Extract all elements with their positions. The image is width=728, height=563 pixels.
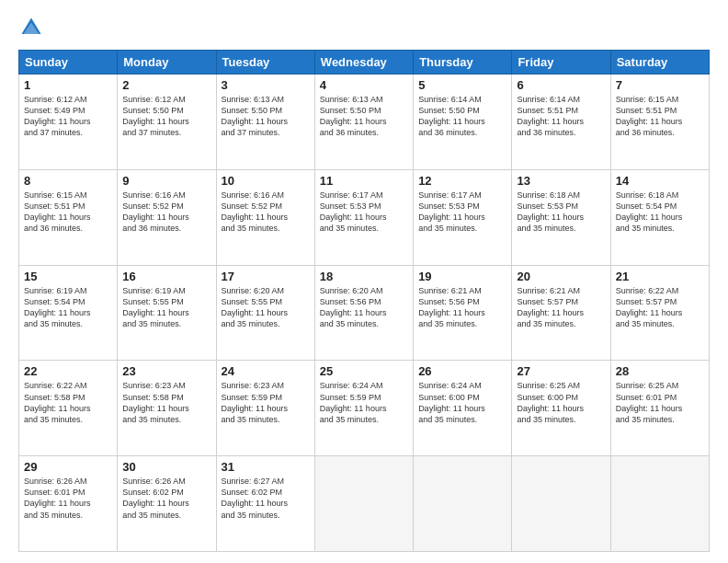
cell-text: Sunrise: 6:15 AM Sunset: 5:51 PM Dayligh… [616, 94, 704, 139]
day-header-saturday: Saturday [610, 51, 709, 75]
cell-text: Sunrise: 6:27 AM Sunset: 6:02 PM Dayligh… [222, 476, 310, 521]
day-cell-2: 2Sunrise: 6:12 AM Sunset: 5:50 PM Daylig… [118, 75, 216, 170]
day-header-wednesday: Wednesday [314, 51, 413, 75]
day-number: 20 [517, 270, 605, 283]
day-number: 9 [122, 174, 210, 188]
day-cell-26: 26Sunrise: 6:24 AM Sunset: 6:00 PM Dayli… [414, 361, 512, 456]
day-cell-5: 5Sunrise: 6:14 AM Sunset: 5:50 PM Daylig… [414, 75, 512, 170]
week-row-2: 8Sunrise: 6:15 AM Sunset: 5:51 PM Daylig… [19, 169, 710, 265]
cell-text: Sunrise: 6:15 AM Sunset: 5:51 PM Dayligh… [24, 190, 112, 235]
day-cell-23: 23Sunrise: 6:23 AM Sunset: 5:58 PM Dayli… [118, 361, 216, 456]
day-header-tuesday: Tuesday [216, 51, 314, 75]
day-number: 8 [24, 174, 112, 188]
day-cell-24: 24Sunrise: 6:23 AM Sunset: 5:59 PM Dayli… [216, 361, 314, 456]
cell-text: Sunrise: 6:24 AM Sunset: 6:00 PM Dayligh… [418, 380, 506, 425]
day-number: 6 [517, 78, 605, 92]
day-cell-18: 18Sunrise: 6:20 AM Sunset: 5:56 PM Dayli… [314, 265, 413, 361]
day-header-friday: Friday [512, 51, 610, 75]
day-number: 17 [222, 270, 310, 283]
day-number: 29 [24, 460, 112, 474]
day-number: 21 [616, 270, 704, 283]
logo [18, 15, 48, 40]
day-cell-8: 8Sunrise: 6:15 AM Sunset: 5:51 PM Daylig… [19, 169, 118, 265]
cell-text: Sunrise: 6:14 AM Sunset: 5:50 PM Dayligh… [418, 94, 506, 139]
day-number: 5 [418, 78, 506, 92]
day-number: 27 [517, 364, 605, 378]
day-number: 11 [320, 174, 408, 188]
cell-text: Sunrise: 6:20 AM Sunset: 5:55 PM Dayligh… [222, 285, 310, 330]
day-cell-15: 15Sunrise: 6:19 AM Sunset: 5:54 PM Dayli… [19, 265, 118, 361]
day-number: 7 [616, 78, 704, 92]
day-cell-20: 20Sunrise: 6:21 AM Sunset: 5:57 PM Dayli… [512, 265, 610, 361]
day-number: 2 [122, 78, 210, 92]
cell-text: Sunrise: 6:22 AM Sunset: 5:57 PM Dayligh… [616, 285, 704, 330]
day-number: 14 [616, 174, 704, 188]
day-number: 3 [222, 78, 310, 92]
day-cell-17: 17Sunrise: 6:20 AM Sunset: 5:55 PM Dayli… [216, 265, 314, 361]
day-cell-21: 21Sunrise: 6:22 AM Sunset: 5:57 PM Dayli… [610, 265, 709, 361]
cell-text: Sunrise: 6:26 AM Sunset: 6:01 PM Dayligh… [24, 476, 112, 521]
cell-text: Sunrise: 6:25 AM Sunset: 6:00 PM Dayligh… [517, 380, 605, 425]
day-header-thursday: Thursday [414, 51, 512, 75]
day-cell-11: 11Sunrise: 6:17 AM Sunset: 5:53 PM Dayli… [314, 169, 413, 265]
day-number: 10 [222, 174, 310, 188]
cell-text: Sunrise: 6:19 AM Sunset: 5:55 PM Dayligh… [122, 285, 210, 330]
day-number: 15 [24, 270, 112, 283]
day-number: 26 [418, 364, 506, 378]
cell-text: Sunrise: 6:22 AM Sunset: 5:58 PM Dayligh… [24, 380, 112, 425]
day-number: 22 [24, 364, 112, 378]
empty-cell [512, 456, 610, 552]
cell-text: Sunrise: 6:17 AM Sunset: 5:53 PM Dayligh… [418, 190, 506, 235]
cell-text: Sunrise: 6:17 AM Sunset: 5:53 PM Dayligh… [320, 190, 408, 235]
day-header-sunday: Sunday [19, 51, 118, 75]
page: SundayMondayTuesdayWednesdayThursdayFrid… [0, 0, 728, 563]
calendar-table: SundayMondayTuesdayWednesdayThursdayFrid… [18, 50, 710, 552]
day-number: 4 [320, 78, 408, 92]
day-cell-25: 25Sunrise: 6:24 AM Sunset: 5:59 PM Dayli… [314, 361, 413, 456]
day-number: 23 [122, 364, 210, 378]
logo-icon [18, 15, 44, 40]
cell-text: Sunrise: 6:19 AM Sunset: 5:54 PM Dayligh… [24, 285, 112, 330]
day-cell-9: 9Sunrise: 6:16 AM Sunset: 5:52 PM Daylig… [118, 169, 216, 265]
day-number: 25 [320, 364, 408, 378]
day-cell-12: 12Sunrise: 6:17 AM Sunset: 5:53 PM Dayli… [414, 169, 512, 265]
calendar: SundayMondayTuesdayWednesdayThursdayFrid… [18, 50, 710, 552]
day-cell-3: 3Sunrise: 6:13 AM Sunset: 5:50 PM Daylig… [216, 75, 314, 170]
cell-text: Sunrise: 6:16 AM Sunset: 5:52 PM Dayligh… [222, 190, 310, 235]
week-row-4: 22Sunrise: 6:22 AM Sunset: 5:58 PM Dayli… [19, 361, 710, 456]
day-cell-1: 1Sunrise: 6:12 AM Sunset: 5:49 PM Daylig… [19, 75, 118, 170]
empty-cell [314, 456, 413, 552]
day-header-row: SundayMondayTuesdayWednesdayThursdayFrid… [19, 51, 710, 75]
day-number: 1 [24, 78, 112, 92]
cell-text: Sunrise: 6:23 AM Sunset: 5:59 PM Dayligh… [222, 380, 310, 425]
cell-text: Sunrise: 6:18 AM Sunset: 5:54 PM Dayligh… [616, 190, 704, 235]
cell-text: Sunrise: 6:25 AM Sunset: 6:01 PM Dayligh… [616, 380, 704, 425]
cell-text: Sunrise: 6:14 AM Sunset: 5:51 PM Dayligh… [517, 94, 605, 139]
day-number: 13 [517, 174, 605, 188]
day-cell-29: 29Sunrise: 6:26 AM Sunset: 6:01 PM Dayli… [19, 456, 118, 552]
cell-text: Sunrise: 6:26 AM Sunset: 6:02 PM Dayligh… [122, 476, 210, 521]
day-number: 18 [320, 270, 408, 283]
cell-text: Sunrise: 6:13 AM Sunset: 5:50 PM Dayligh… [222, 94, 310, 139]
day-number: 31 [222, 460, 310, 474]
header [18, 15, 710, 40]
cell-text: Sunrise: 6:13 AM Sunset: 5:50 PM Dayligh… [320, 94, 408, 139]
day-cell-22: 22Sunrise: 6:22 AM Sunset: 5:58 PM Dayli… [19, 361, 118, 456]
day-cell-16: 16Sunrise: 6:19 AM Sunset: 5:55 PM Dayli… [118, 265, 216, 361]
day-cell-19: 19Sunrise: 6:21 AM Sunset: 5:56 PM Dayli… [414, 265, 512, 361]
day-number: 30 [122, 460, 210, 474]
day-header-monday: Monday [118, 51, 216, 75]
day-cell-7: 7Sunrise: 6:15 AM Sunset: 5:51 PM Daylig… [610, 75, 709, 170]
week-row-3: 15Sunrise: 6:19 AM Sunset: 5:54 PM Dayli… [19, 265, 710, 361]
day-cell-30: 30Sunrise: 6:26 AM Sunset: 6:02 PM Dayli… [118, 456, 216, 552]
day-number: 12 [418, 174, 506, 188]
day-number: 24 [222, 364, 310, 378]
day-number: 28 [616, 364, 704, 378]
cell-text: Sunrise: 6:24 AM Sunset: 5:59 PM Dayligh… [320, 380, 408, 425]
cell-text: Sunrise: 6:21 AM Sunset: 5:57 PM Dayligh… [517, 285, 605, 330]
empty-cell [414, 456, 512, 552]
cell-text: Sunrise: 6:16 AM Sunset: 5:52 PM Dayligh… [122, 190, 210, 235]
day-cell-6: 6Sunrise: 6:14 AM Sunset: 5:51 PM Daylig… [512, 75, 610, 170]
week-row-1: 1Sunrise: 6:12 AM Sunset: 5:49 PM Daylig… [19, 75, 710, 170]
day-cell-10: 10Sunrise: 6:16 AM Sunset: 5:52 PM Dayli… [216, 169, 314, 265]
